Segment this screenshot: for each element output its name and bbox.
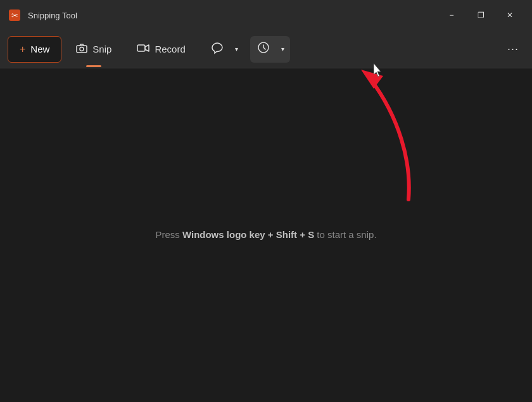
- title-bar: ✂ Snipping Tool − ❐ ✕: [0, 0, 532, 30]
- ocr-icon: [211, 42, 224, 56]
- ocr-button[interactable]: [201, 37, 230, 62]
- app-title: Snipping Tool: [28, 11, 431, 20]
- app-icon: ✂: [8, 8, 22, 22]
- timer-chevron-icon: ▾: [281, 46, 284, 53]
- new-label: New: [30, 44, 49, 54]
- chevron-down-icon: ▾: [235, 46, 238, 53]
- maximize-button[interactable]: ❐: [466, 5, 495, 25]
- svg-rect-4: [137, 45, 145, 51]
- snip-button[interactable]: Snip: [65, 36, 122, 63]
- record-label: Record: [155, 44, 185, 54]
- camera-icon: [76, 42, 87, 56]
- timer-button-group[interactable]: ▾: [250, 36, 290, 63]
- plus-icon: +: [20, 44, 25, 55]
- svg-rect-2: [77, 46, 87, 53]
- hint-text: Press Windows logo key + Shift + S to st…: [155, 228, 376, 242]
- main-content: Press Windows logo key + Shift + S to st…: [0, 68, 532, 401]
- timer-button[interactable]: [251, 37, 276, 62]
- more-button[interactable]: ···: [502, 38, 524, 61]
- clock-icon: [257, 41, 270, 57]
- new-button[interactable]: + New: [8, 36, 61, 63]
- toolbar: + New Snip Record: [0, 30, 532, 68]
- timer-dropdown-button[interactable]: ▾: [276, 37, 289, 62]
- window-controls: − ❐ ✕: [437, 5, 524, 25]
- more-dots-icon: ···: [507, 42, 519, 56]
- minimize-button[interactable]: −: [437, 5, 466, 25]
- video-icon: [137, 42, 149, 56]
- ocr-tool-group[interactable]: ▾: [200, 36, 244, 63]
- svg-text:✂: ✂: [11, 11, 18, 20]
- hint-shortcut: Windows logo key + Shift + S: [182, 229, 314, 240]
- close-button[interactable]: ✕: [495, 5, 524, 25]
- svg-point-3: [80, 47, 84, 51]
- ocr-dropdown-button[interactable]: ▾: [230, 37, 243, 62]
- record-button[interactable]: Record: [126, 36, 196, 63]
- snip-label: Snip: [92, 44, 111, 54]
